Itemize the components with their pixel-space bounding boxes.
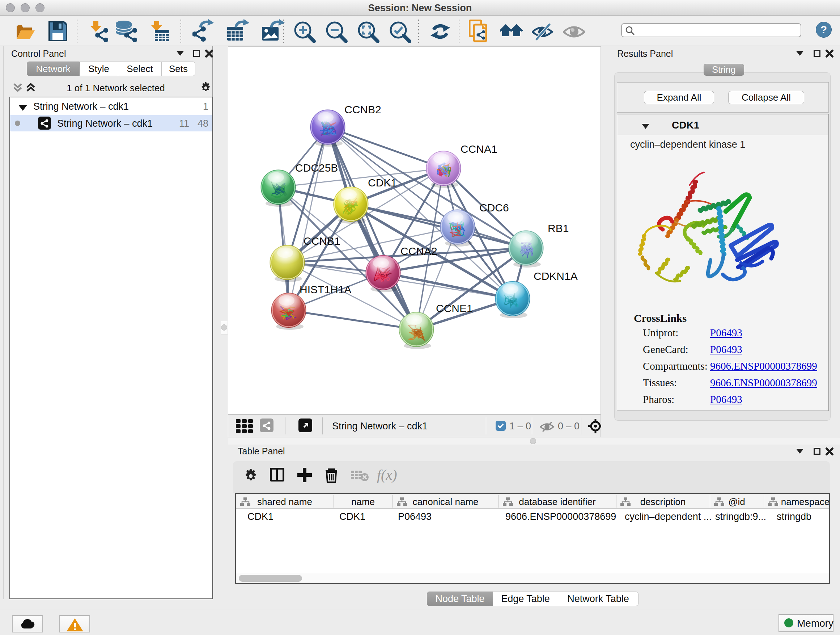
svg-text:CCNB1: CCNB1 xyxy=(303,235,340,247)
svg-text:CDC6: CDC6 xyxy=(479,202,509,214)
svg-text:CCNB2: CCNB2 xyxy=(344,103,381,116)
svg-text:CCNE1: CCNE1 xyxy=(436,302,473,314)
svg-text:RB1: RB1 xyxy=(548,222,569,234)
svg-text:CDKN1A: CDKN1A xyxy=(534,270,578,282)
svg-text:CCNA2: CCNA2 xyxy=(401,245,437,257)
svg-text:CCNA1: CCNA1 xyxy=(461,143,497,155)
svg-text:CDK1: CDK1 xyxy=(368,177,397,188)
svg-text:HIST1H1A: HIST1H1A xyxy=(300,283,351,295)
svg-text:CDC25B: CDC25B xyxy=(295,162,338,174)
